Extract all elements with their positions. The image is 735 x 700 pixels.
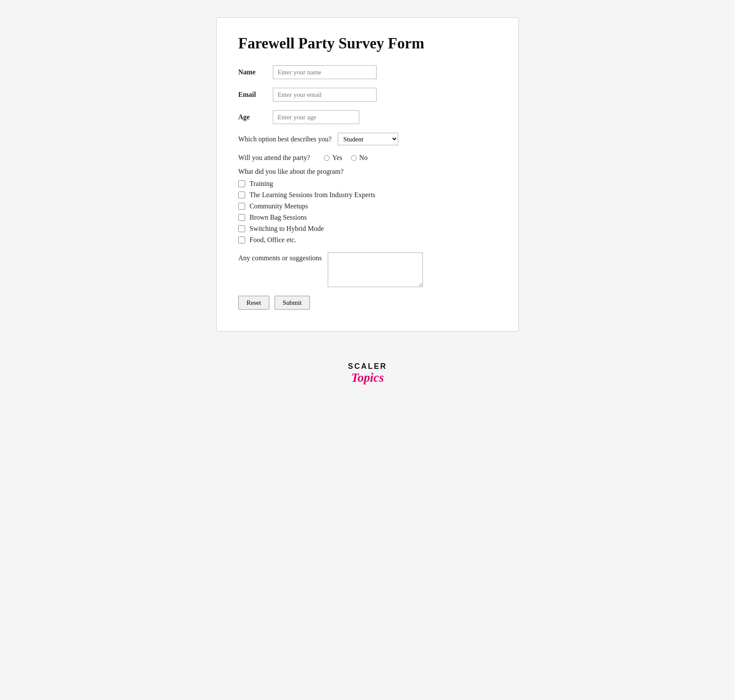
age-field-row: Age xyxy=(238,110,497,124)
age-input[interactable] xyxy=(273,110,359,124)
logo-scaler-text: SCALER xyxy=(348,362,387,371)
checkbox-hybrid-label: Switching to Hybrid Mode xyxy=(249,225,324,233)
dropdown-label: Which option best describes you? xyxy=(238,135,332,143)
role-dropdown[interactable]: Student Full Time Job Part Time Job Othe… xyxy=(338,133,398,145)
checkbox-community-label: Community Meetups xyxy=(249,202,308,210)
comments-textarea[interactable] xyxy=(328,253,423,287)
comments-section: Any comments or suggestions xyxy=(238,253,497,287)
checkbox-hybrid: Switching to Hybrid Mode xyxy=(238,225,497,233)
checkbox-food-label: Food, Office etc. xyxy=(249,236,296,244)
age-label: Age xyxy=(238,113,268,121)
checkbox-training-label: Training xyxy=(249,180,273,188)
logo-topics-text: Topics xyxy=(351,371,384,385)
comments-label: Any comments or suggestions xyxy=(238,253,322,262)
email-field-row: Email xyxy=(238,88,497,102)
attend-yes-label[interactable]: Yes xyxy=(324,154,342,162)
survey-form: Farewell Party Survey Form Name Email Ag… xyxy=(216,17,519,332)
checkbox-learning-input[interactable] xyxy=(238,192,245,198)
checkbox-community: Community Meetups xyxy=(238,202,497,210)
checkbox-hybrid-input[interactable] xyxy=(238,225,245,232)
submit-button[interactable]: Submit xyxy=(275,296,310,310)
logo-container: SCALER Topics xyxy=(348,362,387,385)
program-section: What did you like about the program? Tra… xyxy=(238,168,497,244)
checkbox-community-input[interactable] xyxy=(238,203,245,210)
attend-yes-radio[interactable] xyxy=(324,155,329,161)
checkbox-food: Food, Office etc. xyxy=(238,236,497,244)
name-input[interactable] xyxy=(273,65,377,79)
checkbox-learning-label: The Learning Sessions from Industry Expe… xyxy=(249,191,375,199)
attend-row: Will you attend the party? Yes No xyxy=(238,154,497,162)
reset-button[interactable]: Reset xyxy=(238,296,269,310)
dropdown-row: Which option best describes you? Student… xyxy=(238,133,497,145)
checkbox-training-input[interactable] xyxy=(238,180,245,187)
attend-label: Will you attend the party? xyxy=(238,154,310,162)
checkbox-food-input[interactable] xyxy=(238,237,245,243)
checkbox-brownbag-input[interactable] xyxy=(238,214,245,221)
name-label: Name xyxy=(238,68,268,76)
checkbox-training: Training xyxy=(238,180,497,188)
buttons-row: Reset Submit xyxy=(238,296,497,310)
program-label: What did you like about the program? xyxy=(238,168,497,176)
form-title: Farewell Party Survey Form xyxy=(238,35,497,52)
email-input[interactable] xyxy=(273,88,377,102)
attend-no-radio[interactable] xyxy=(351,155,357,161)
checkbox-learning: The Learning Sessions from Industry Expe… xyxy=(238,191,497,199)
checkbox-brownbag-label: Brown Bag Sessions xyxy=(249,214,307,221)
attend-no-label[interactable]: No xyxy=(351,154,368,162)
email-label: Email xyxy=(238,91,268,99)
name-field-row: Name xyxy=(238,65,497,79)
checkbox-brownbag: Brown Bag Sessions xyxy=(238,214,497,221)
